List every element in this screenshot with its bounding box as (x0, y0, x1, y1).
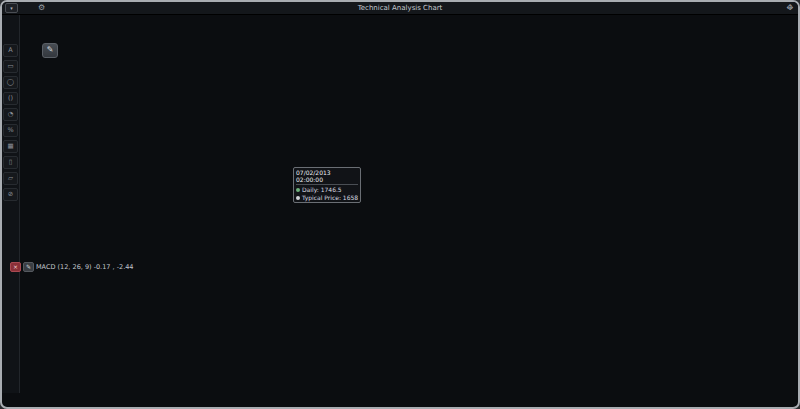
tooltip-date: 07/02/2013 02:00:00 (296, 169, 358, 185)
calendar-tool-icon[interactable]: ▦ (3, 140, 18, 153)
settings-gear-icon[interactable]: ⚙ (38, 4, 45, 12)
titlebar[interactable]: ▾ ⚙ Technical Analysis Chart ↔ ↕ (2, 2, 798, 15)
eraser-tool-icon[interactable]: ⊘ (3, 188, 18, 201)
clock-tool-icon[interactable]: ◔ (3, 108, 18, 121)
tooltip-row-text: Daily: 1746.5 (302, 186, 342, 193)
data-tooltip: 07/02/2013 02:00:00 Daily: 1746.5 Typica… (293, 167, 361, 203)
tooltip-row-text: Typical Price: 1658 (302, 194, 358, 201)
series-dot-icon (296, 196, 300, 200)
trash-tool-icon[interactable]: ▯ (3, 156, 18, 169)
arrow-v-icon: ↕ (785, 3, 795, 12)
macd-indicator-header: × ✎ MACD (12, 26, 9) -0.17 , -2.44 (10, 262, 133, 272)
close-indicator-icon[interactable]: × (10, 262, 21, 272)
drawing-toolbar: A▭◯()◔%▦▯▱⊘ (2, 14, 20, 393)
series-dot-icon (296, 188, 300, 192)
edit-pencil-button[interactable]: ✎ (42, 43, 58, 58)
technical-analysis-window: ▾ ⚙ Technical Analysis Chart ↔ ↕ A▭◯()◔%… (0, 0, 800, 409)
brackets-tool-icon[interactable]: () (3, 92, 18, 105)
macd-indicator-label: MACD (12, 26, 9) -0.17 , -2.44 (36, 263, 133, 271)
shapes-tool-icon[interactable]: ▭ (3, 60, 18, 73)
edit-indicator-icon[interactable]: ✎ (23, 262, 34, 272)
chart-style-dropdown-icon[interactable]: ▾ (5, 3, 18, 13)
window-title: Technical Analysis Chart (2, 2, 798, 14)
move-window-icon[interactable]: ↔ ↕ (785, 4, 795, 13)
text-tool-icon[interactable]: A (3, 44, 18, 57)
fibonacci-tool-icon[interactable]: % (3, 124, 18, 137)
tooltip-row: Typical Price: 1658 (296, 194, 358, 201)
chart-canvas[interactable] (21, 14, 798, 407)
ellipse-tool-icon[interactable]: ◯ (3, 76, 18, 89)
tooltip-row: Daily: 1746.5 (296, 186, 358, 193)
folder-tool-icon[interactable]: ▱ (3, 172, 18, 185)
